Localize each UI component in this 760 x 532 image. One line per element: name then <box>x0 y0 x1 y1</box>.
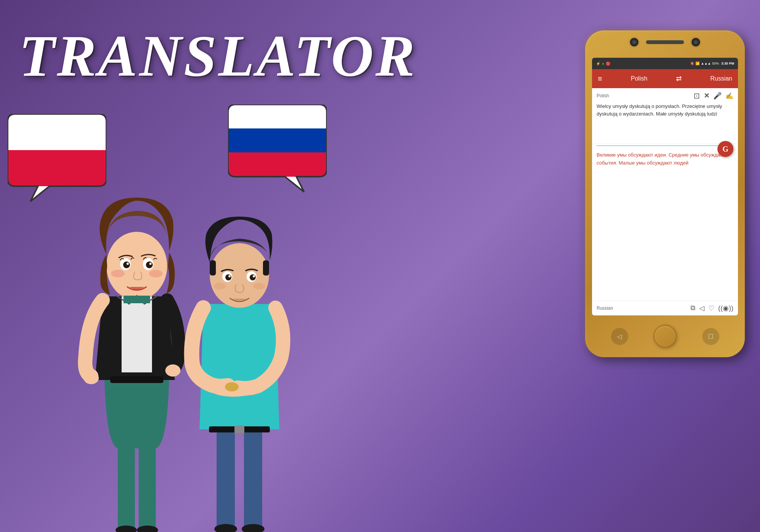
output-text: Великие умы обсуждают идеи. Средние умы … <box>597 151 733 167</box>
input-lang-label: Polish <box>597 93 609 98</box>
svg-point-36 <box>225 274 231 280</box>
status-bar: ⚡ ● 🔴 🔇 📶 ▲▲▲ 50% 3:30 PM <box>592 58 738 69</box>
mute-icon: 🔇 <box>690 62 694 65</box>
svg-rect-32 <box>210 260 216 276</box>
svg-point-38 <box>228 275 231 277</box>
svg-rect-22 <box>124 296 150 303</box>
divider-row: G <box>592 144 738 147</box>
mic-input-button[interactable]: 🎤 <box>713 92 722 100</box>
source-language[interactable]: Polish <box>631 75 648 82</box>
favorite-output-button[interactable]: ♡ <box>708 304 714 312</box>
svg-point-40 <box>214 283 226 290</box>
listen-output-button[interactable]: ((◉)) <box>718 304 733 312</box>
swap-languages-button[interactable]: ⇄ <box>676 74 682 83</box>
input-text[interactable]: Wielcy umysły dyskutują o pomysłach. Prz… <box>597 103 733 141</box>
back-button[interactable]: ◁ <box>611 328 628 345</box>
svg-point-37 <box>250 274 256 280</box>
svg-point-11 <box>165 364 180 377</box>
svg-point-10 <box>84 372 99 384</box>
app-header: ≡ Polish ⇄ Russian <box>592 69 738 88</box>
current-time: 3:30 PM <box>721 62 734 65</box>
svg-point-17 <box>146 261 153 268</box>
svg-rect-1 <box>8 150 106 186</box>
share-output-button[interactable]: ◁ <box>699 304 705 312</box>
output-lang-label: Russian <box>597 306 613 311</box>
svg-rect-6 <box>139 441 156 532</box>
male-character <box>179 217 300 532</box>
svg-point-18 <box>127 263 129 265</box>
translate-button[interactable]: G <box>717 141 733 157</box>
svg-rect-24 <box>217 429 235 532</box>
output-toolbar: ⧉ ◁ ♡ ((◉)) <box>690 304 733 312</box>
svg-point-41 <box>253 283 265 290</box>
svg-point-21 <box>149 270 163 277</box>
usb-icon: ⚡ <box>596 62 600 66</box>
security-icon: 🔴 <box>606 62 610 66</box>
copy-input-button[interactable]: ⊡ <box>694 91 700 100</box>
svg-rect-43 <box>234 426 244 433</box>
svg-rect-4 <box>228 152 327 177</box>
svg-rect-9 <box>122 296 152 372</box>
svg-point-31 <box>210 243 269 308</box>
svg-rect-33 <box>263 260 269 276</box>
svg-point-19 <box>149 263 152 265</box>
svg-point-16 <box>123 261 130 268</box>
phone-screen: ⚡ ● 🔴 🔇 📶 ▲▲▲ 50% 3:30 PM ≡ Polish ⇄ Rus… <box>592 58 738 315</box>
menu-button[interactable]: ≡ <box>598 74 602 83</box>
svg-rect-0 <box>8 114 106 150</box>
front-camera-2 <box>692 38 700 46</box>
svg-rect-23 <box>110 376 163 383</box>
app-title: TRANSLATOR <box>19 27 416 86</box>
wifi-icon: 📶 <box>695 62 700 65</box>
status-bar-right: 🔇 📶 ▲▲▲ 50% 3:30 PM <box>690 62 734 65</box>
russian-flag-bubble <box>228 104 327 196</box>
recent-apps-button[interactable]: ☐ <box>702 328 719 345</box>
svg-rect-25 <box>244 429 262 532</box>
output-footer: Russian ⧉ ◁ ♡ ((◉)) <box>592 301 738 315</box>
clear-input-button[interactable]: ✕ <box>704 92 709 100</box>
copy-output-button[interactable]: ⧉ <box>690 304 695 312</box>
phone-bottom-buttons: ◁ ☐ <box>585 321 745 352</box>
signal-icon: ▲▲▲ <box>701 62 711 65</box>
input-area: Polish ⊡ ✕ 🎤 ✍ Wielcy umysły dyskutują o… <box>592 88 738 144</box>
status-bar-left: ⚡ ● 🔴 <box>596 62 610 66</box>
notification-dot: ● <box>602 62 604 66</box>
front-camera <box>630 38 638 46</box>
svg-rect-5 <box>118 441 135 532</box>
svg-point-39 <box>253 275 255 277</box>
polish-flag-bubble <box>8 114 106 205</box>
output-area: Великие умы обсуждают идеи. Средние умы … <box>592 147 738 301</box>
speaker-grille <box>646 40 684 44</box>
handwrite-input-button[interactable]: ✍ <box>725 92 733 100</box>
svg-point-20 <box>111 270 125 277</box>
input-lang-row: Polish ⊡ ✕ 🎤 ✍ <box>597 91 733 100</box>
input-toolbar: ⊡ ✕ 🎤 ✍ <box>694 91 733 100</box>
phone-container: ⚡ ● 🔴 🔇 📶 ▲▲▲ 50% 3:30 PM ≡ Polish ⇄ Rus… <box>585 30 745 365</box>
svg-point-29 <box>225 382 239 391</box>
svg-rect-3 <box>228 128 327 152</box>
home-button[interactable] <box>654 325 676 348</box>
target-language[interactable]: Russian <box>710 75 732 82</box>
divider-line <box>597 146 733 146</box>
battery-percentage: 50% <box>712 62 719 65</box>
svg-rect-2 <box>228 104 327 128</box>
